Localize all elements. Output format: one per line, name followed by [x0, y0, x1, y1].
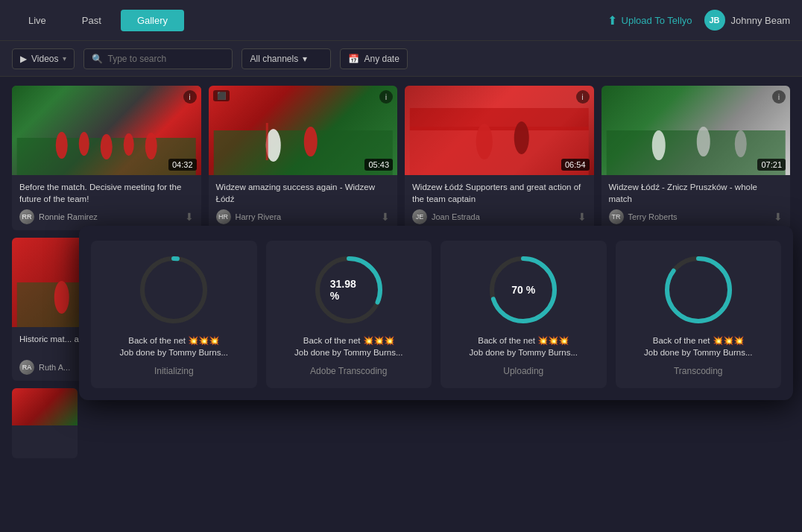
- header-right: ⬆ Upload To Tellyo JB Johnny Beam: [607, 10, 790, 31]
- duration-badge-4: 07:21: [757, 159, 786, 171]
- svg-point-2: [79, 132, 89, 156]
- upload-title-1: Back of the net 💥💥💥 Job done by Tommy Bu…: [119, 335, 228, 358]
- upload-to-tellyo-button[interactable]: ⬆ Upload To Tellyo: [607, 13, 692, 28]
- upload-status-4: Transcoding: [674, 366, 723, 376]
- chevron-down-icon: ▾: [63, 54, 66, 63]
- author-name-2: Harry Rivera: [236, 212, 282, 221]
- search-box: 🔍: [83, 48, 233, 69]
- video-thumbnail-2: ⬛ i 05:43: [209, 86, 398, 175]
- upload-progress-card-4: Back of the net 💥💥💥 Job done by Tommy Bu…: [616, 241, 782, 388]
- svg-point-3: [101, 134, 113, 159]
- video-thumbnail-4: i 07:21: [602, 86, 791, 175]
- svg-point-16: [696, 127, 710, 156]
- play-icon: ▶: [20, 54, 27, 64]
- header: Live Past Gallery ⬆ Upload To Tellyo JB …: [0, 0, 802, 41]
- svg-point-1: [56, 132, 68, 159]
- svg-point-13: [514, 121, 529, 154]
- upload-status-2: Adobe Transcoding: [310, 366, 387, 376]
- video-title-small-9: [16, 428, 73, 451]
- info-icon-3: i: [576, 90, 590, 104]
- upload-cloud-icon: ⬆: [607, 13, 617, 28]
- filter-bar: ▶ Videos ▾ 🔍 All channels ▾ 📅 Any date: [0, 41, 802, 77]
- svg-point-15: [651, 130, 665, 160]
- upload-progress-card-3: 70 % Back of the net 💥💥💥 Job done by Tom…: [441, 241, 607, 388]
- progress-circle-2: 31.98 %: [312, 253, 386, 327]
- video-thumbnail-small-9: [12, 388, 78, 425]
- upload-title-3: Back of the net 💥💥💥 Job done by Tommy Bu…: [469, 335, 578, 358]
- type-filter-dropdown[interactable]: ▶ Videos ▾: [12, 48, 75, 69]
- app-container: Live Past Gallery ⬆ Upload To Tellyo JB …: [0, 0, 802, 532]
- upload-title-4: Back of the net 💥💥💥 Job done by Tommy Bu…: [644, 335, 753, 358]
- tab-gallery[interactable]: Gallery: [121, 10, 184, 31]
- video-title-3: Widzew Łódź Supporters and great action …: [412, 181, 587, 205]
- video-author-row-3: JE Joan Estrada ⬇: [412, 209, 587, 224]
- info-icon-1: i: [183, 90, 197, 104]
- svg-point-12: [476, 124, 493, 159]
- video-author-row-4: TR Terry Roberts ⬇: [609, 209, 783, 224]
- svg-point-22: [142, 259, 205, 321]
- video-title-2: Widzew amazing success again - Widzew Łó…: [216, 181, 391, 205]
- info-icon-2: i: [379, 90, 393, 104]
- video-card-2[interactable]: ⬛ i 05:43 Widzew amazing success again -…: [209, 86, 398, 230]
- download-icon-1[interactable]: ⬇: [185, 211, 194, 223]
- video-card-4[interactable]: i 07:21 Widzew Łódź - Znicz Pruszków - w…: [602, 86, 791, 230]
- video-card-small-9[interactable]: [12, 388, 78, 458]
- author-name-4: Terry Roberts: [628, 212, 678, 221]
- duration-badge-3: 06:54: [561, 159, 590, 171]
- tab-past[interactable]: Past: [66, 10, 118, 31]
- progress-circle-1: [136, 253, 211, 327]
- download-icon-3[interactable]: ⬇: [578, 211, 587, 223]
- video-card-1[interactable]: i 04:32 Before the match. Decisive meeti…: [12, 86, 201, 230]
- video-author-row-1: RR Ronnie Ramirez ⬇: [19, 209, 194, 224]
- upload-title-2: Back of the net 💥💥💥 Job done by Tommy Bu…: [294, 335, 403, 358]
- search-input[interactable]: [107, 54, 224, 64]
- svg-point-8: [303, 127, 317, 156]
- channels-filter-dropdown[interactable]: All channels ▾: [241, 48, 331, 69]
- progress-percent-3: 70 %: [511, 284, 535, 296]
- upload-overlay-panel: Back of the net 💥💥💥 Job done by Tommy Bu…: [79, 226, 793, 400]
- svg-point-5: [145, 133, 157, 159]
- video-card-3[interactable]: i 06:54 Widzew Łódź Supporters and great…: [405, 86, 594, 230]
- date-filter-dropdown[interactable]: 📅 Any date: [340, 48, 407, 69]
- type-filter-label: Videos: [31, 54, 58, 64]
- duration-badge-2: 05:43: [364, 159, 393, 171]
- channels-chevron-icon: ▾: [303, 54, 307, 64]
- duration-badge-1: 04:32: [168, 159, 197, 171]
- tab-live[interactable]: Live: [12, 10, 63, 31]
- video-thumbnail-1: i 04:32: [12, 86, 201, 175]
- svg-point-4: [124, 133, 134, 156]
- avatar: JB: [704, 10, 725, 31]
- channels-filter-label: All channels: [250, 54, 298, 64]
- video-thumbnail-3: i 06:54: [405, 86, 594, 175]
- upload-status-1: Initializing: [154, 366, 194, 376]
- progress-circle-3: 70 %: [486, 253, 561, 327]
- upload-label: Upload To Tellyo: [622, 15, 692, 26]
- video-icon-badge-2: ⬛: [213, 90, 230, 101]
- author-name-1: Ronnie Ramirez: [39, 212, 98, 221]
- user-info: JB Johnny Beam: [704, 10, 791, 31]
- upload-status-3: Uploading: [503, 366, 543, 376]
- svg-rect-9: [265, 123, 268, 160]
- video-grid-row1: i 04:32 Before the match. Decisive meeti…: [12, 86, 790, 230]
- progress-circle-4: [661, 253, 736, 327]
- svg-point-19: [54, 281, 69, 314]
- calendar-icon: 📅: [348, 54, 359, 64]
- date-filter-label: Any date: [364, 54, 399, 64]
- upload-progress-card-1: Back of the net 💥💥💥 Job done by Tommy Bu…: [91, 241, 257, 388]
- author-name-3: Joan Estrada: [432, 212, 480, 221]
- user-name: Johnny Beam: [731, 15, 791, 26]
- video-title-4: Widzew Łódź - Znicz Pruszków - whole mat…: [609, 181, 783, 205]
- author-name-5: Ruth A...: [39, 363, 70, 372]
- download-icon-2[interactable]: ⬇: [381, 211, 390, 223]
- info-icon-4: i: [772, 90, 786, 104]
- progress-percent-2: 31.98 %: [330, 278, 367, 302]
- video-title-1: Before the match. Decisive meeting for t…: [19, 181, 194, 205]
- upload-progress-card-2: 31.98 % Back of the net 💥💥💥 Job done by …: [266, 241, 432, 388]
- search-icon: 🔍: [92, 54, 103, 64]
- svg-point-17: [734, 130, 746, 157]
- tab-group: Live Past Gallery: [12, 10, 184, 31]
- download-icon-4[interactable]: ⬇: [774, 211, 783, 223]
- video-author-row-2: HR Harry Rivera ⬇: [216, 209, 391, 224]
- svg-rect-11: [410, 108, 589, 130]
